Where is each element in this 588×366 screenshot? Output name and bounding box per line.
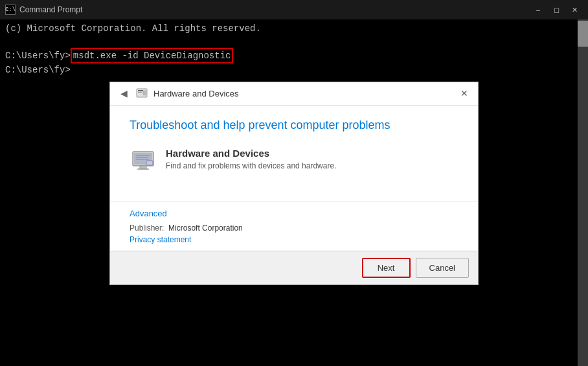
- dialog-links: Advanced Publisher: Microsoft Corporatio…: [110, 201, 478, 251]
- svg-rect-11: [146, 161, 153, 165]
- minimize-button[interactable]: –: [530, 3, 547, 16]
- svg-rect-7: [137, 168, 149, 170]
- item-desc: Find and fix problems with devices and h…: [166, 161, 458, 170]
- svg-rect-2: [138, 92, 142, 93]
- cmd-titlebar-buttons: – ◻ ✕: [530, 3, 583, 16]
- cmd-line-4: C:\Users\fy>: [5, 63, 583, 76]
- cmd-line-1: (c) Microsoft Corporation. All rights re…: [5, 22, 583, 35]
- cmd-window: C:\ Command Prompt – ◻ ✕ (c) Microsoft C…: [0, 0, 588, 366]
- close-button[interactable]: ✕: [566, 3, 583, 16]
- cmd-line-3: C:\Users\fy>msdt.exe -id DeviceDiagnosti…: [5, 48, 583, 63]
- svg-rect-6: [140, 166, 146, 168]
- maximize-button[interactable]: ◻: [548, 3, 565, 16]
- cmd-scrollbar[interactable]: [578, 19, 588, 366]
- svg-rect-1: [138, 90, 143, 91]
- publisher-label: Publisher:: [130, 223, 164, 233]
- cmd-prefix: C:\Users\fy>: [5, 51, 71, 61]
- scrollbar-thumb: [578, 21, 588, 47]
- publisher-name: Microsoft Corporation: [168, 223, 243, 233]
- dialog-title-text: Hardware and Devices: [153, 89, 239, 98]
- dialog-body: Troubleshoot and help prevent computer p…: [110, 106, 478, 201]
- item-text: Hardware and Devices Find and fix proble…: [166, 148, 458, 170]
- hardware-devices-icon: [130, 148, 157, 175]
- dialog-headline: Troubleshoot and help prevent computer p…: [130, 119, 458, 132]
- dialog-close-button[interactable]: ✕: [456, 87, 473, 100]
- cancel-button[interactable]: Cancel: [416, 258, 469, 278]
- item-title: Hardware and Devices: [166, 148, 458, 159]
- cmd-titlebar-left: C:\ Command Prompt: [5, 5, 82, 15]
- cmd-command: msdt.exe -id DeviceDiagnostic: [71, 48, 234, 63]
- svg-rect-3: [143, 91, 146, 95]
- next-button[interactable]: Next: [362, 258, 411, 278]
- dialog-title-icon: [135, 87, 148, 100]
- troubleshoot-dialog: ◀ Hardware and Devices ✕ Troublesho: [109, 82, 479, 285]
- advanced-link[interactable]: Advanced: [130, 209, 167, 218]
- publisher-info: Publisher: Microsoft Corporation: [130, 223, 243, 233]
- privacy-link[interactable]: Privacy statement: [130, 235, 191, 244]
- cmd-line-2: [5, 35, 583, 48]
- troubleshoot-item: Hardware and Devices Find and fix proble…: [130, 148, 458, 175]
- cmd-titlebar: C:\ Command Prompt – ◻ ✕: [0, 0, 588, 19]
- cmd-title-text: Command Prompt: [19, 5, 82, 14]
- cmd-content: (c) Microsoft Corporation. All rights re…: [0, 19, 588, 79]
- dialog-footer: Next Cancel: [110, 251, 478, 284]
- dialog-titlebar-left: ◀ Hardware and Devices: [118, 87, 239, 100]
- cmd-icon: C:\: [5, 5, 16, 15]
- dialog-titlebar: ◀ Hardware and Devices ✕: [110, 82, 478, 106]
- dialog-back-button[interactable]: ◀: [118, 87, 130, 100]
